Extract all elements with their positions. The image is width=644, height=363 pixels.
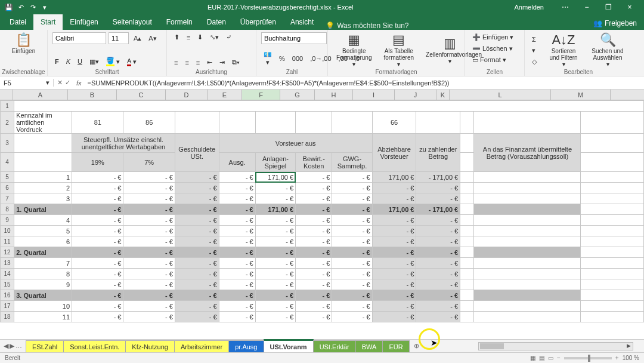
cell[interactable]: - € <box>255 236 295 247</box>
cell[interactable] <box>474 247 581 258</box>
cell[interactable]: - € <box>332 312 372 322</box>
cell[interactable]: - € <box>72 193 123 204</box>
cell[interactable]: - € <box>219 279 255 290</box>
cell[interactable]: 66 <box>372 112 416 134</box>
cell-selected-F5[interactable]: 171,00 € <box>255 172 295 183</box>
cell[interactable]: - € <box>332 204 372 215</box>
align-bottom-button[interactable]: ⬇ <box>195 32 205 42</box>
row-header[interactable]: 18 <box>1 312 14 322</box>
col-header-A[interactable]: A <box>13 90 68 100</box>
cell[interactable]: - € <box>296 247 332 258</box>
cell[interactable]: - € <box>296 269 332 279</box>
cell[interactable] <box>474 215 581 226</box>
cell[interactable] <box>581 193 644 204</box>
cell[interactable]: 171,00 € <box>255 204 295 215</box>
cell[interactable]: - € <box>255 258 295 269</box>
col-header-F[interactable]: F <box>242 90 280 100</box>
cell[interactable]: - € <box>175 312 219 322</box>
cell[interactable] <box>581 112 644 134</box>
restore-icon[interactable]: ❐ <box>599 3 618 11</box>
cell[interactable]: - € <box>175 236 219 247</box>
sheet-tab-bwa[interactable]: BWA <box>355 340 383 353</box>
paste-button[interactable]: 📋Einfügen <box>5 32 42 56</box>
sheet-tab-kfznutzung[interactable]: Kfz-Nutzung <box>125 340 175 353</box>
cell-zuzahlend[interactable]: zu zahlender Betrag <box>416 134 460 172</box>
cell[interactable] <box>474 290 581 301</box>
tab-start[interactable]: Start <box>33 14 63 30</box>
cell[interactable] <box>474 193 581 204</box>
formula-input[interactable]: =SUMMENPRODUKT((Anlageverm!L$4:L$500)*(A… <box>84 79 644 87</box>
cell[interactable]: - € <box>255 269 295 279</box>
sheet-nav-next[interactable]: ▶ <box>10 342 14 350</box>
cell[interactable]: - € <box>296 301 332 312</box>
cell[interactable]: - € <box>296 279 332 290</box>
cell[interactable]: - € <box>332 247 372 258</box>
cell[interactable]: - € <box>123 204 175 215</box>
cell[interactable]: - € <box>296 172 332 183</box>
cell[interactable]: - € <box>372 183 416 193</box>
cell-merge-vorsteuer[interactable]: Vorsteuer aus <box>219 134 372 153</box>
border-button[interactable]: ▦▾ <box>87 57 101 67</box>
row-header[interactable]: 9 <box>1 215 14 226</box>
save-icon[interactable]: 💾 <box>5 3 13 11</box>
wrap-text-button[interactable]: ⤶ <box>224 32 234 42</box>
cell[interactable]: - € <box>372 290 416 301</box>
row-header[interactable]: 7 <box>1 193 14 204</box>
cell[interactable] <box>219 112 255 134</box>
cell[interactable]: - € <box>175 193 219 204</box>
col-header-D[interactable]: D <box>166 90 208 100</box>
align-top-button[interactable]: ⬆ <box>172 32 182 42</box>
cell[interactable]: - € <box>123 269 175 279</box>
view-break-icon[interactable]: ▭ <box>548 355 553 361</box>
cell[interactable]: - € <box>219 204 255 215</box>
cell[interactable]: - € <box>416 183 460 193</box>
qat-more-icon[interactable]: ▾ <box>41 3 49 11</box>
minimize-icon[interactable]: − <box>577 3 596 11</box>
cell[interactable]: - € <box>175 204 219 215</box>
cell[interactable]: - € <box>416 269 460 279</box>
font-color-button[interactable]: A▾ <box>125 56 139 67</box>
find-select-button[interactable]: 🔍Suchen und Auswählen ▾ <box>588 32 627 69</box>
cell[interactable]: - € <box>255 247 295 258</box>
underline-button[interactable]: U <box>75 57 85 66</box>
cell[interactable]: - € <box>123 290 175 301</box>
cell[interactable]: - € <box>296 215 332 226</box>
close-icon[interactable]: × <box>620 3 639 11</box>
redo-icon[interactable]: ↷ <box>29 3 37 11</box>
cell[interactable]: - € <box>219 172 255 183</box>
format-as-table-button[interactable]: ▤Als Tabelle formatieren ▾ <box>380 32 417 69</box>
cell-merge-umsaetze[interactable]: Steuerpfl. Umsätze einschl. unentgeltlic… <box>72 134 175 153</box>
cell[interactable]: - € <box>372 258 416 269</box>
cell[interactable]: - € <box>296 258 332 269</box>
cell-finanzamt[interactable]: An das Finanzamt übermittelte Betrag (Vo… <box>474 134 581 172</box>
cell[interactable]: - € <box>175 290 219 301</box>
cell[interactable]: 7 <box>14 258 72 269</box>
cell[interactable]: - € <box>332 269 372 279</box>
cell[interactable]: - € <box>416 247 460 258</box>
row-header[interactable]: 5 <box>1 172 14 183</box>
cell[interactable]: 1 <box>14 172 72 183</box>
zoom-label[interactable]: 100 % <box>623 355 639 361</box>
cell[interactable]: - € <box>123 193 175 204</box>
tab-ueberpruefen[interactable]: Überprüfen <box>233 14 283 30</box>
cell[interactable] <box>581 204 644 215</box>
tab-datei[interactable]: Datei <box>2 14 33 30</box>
cell[interactable] <box>14 101 644 112</box>
row-header[interactable]: 16 <box>1 290 14 301</box>
cell[interactable]: - 171,00 € <box>416 204 460 215</box>
cell[interactable] <box>460 183 474 193</box>
cell[interactable] <box>296 112 332 134</box>
cell[interactable]: - € <box>416 226 460 236</box>
cell[interactable] <box>460 290 474 301</box>
cell-7pct[interactable]: 7% <box>123 153 175 172</box>
cell[interactable]: - € <box>372 247 416 258</box>
cell[interactable]: - € <box>123 279 175 290</box>
horizontal-scrollbar[interactable]: ◀ ▶ <box>478 342 633 350</box>
row-header[interactable]: 3 <box>1 134 14 153</box>
bold-button[interactable]: F <box>52 57 61 66</box>
col-header-G[interactable]: G <box>280 90 315 100</box>
row-header[interactable]: 2 <box>1 112 14 134</box>
cell[interactable]: 9 <box>14 279 72 290</box>
cell[interactable]: - € <box>175 279 219 290</box>
cell[interactable] <box>474 226 581 236</box>
